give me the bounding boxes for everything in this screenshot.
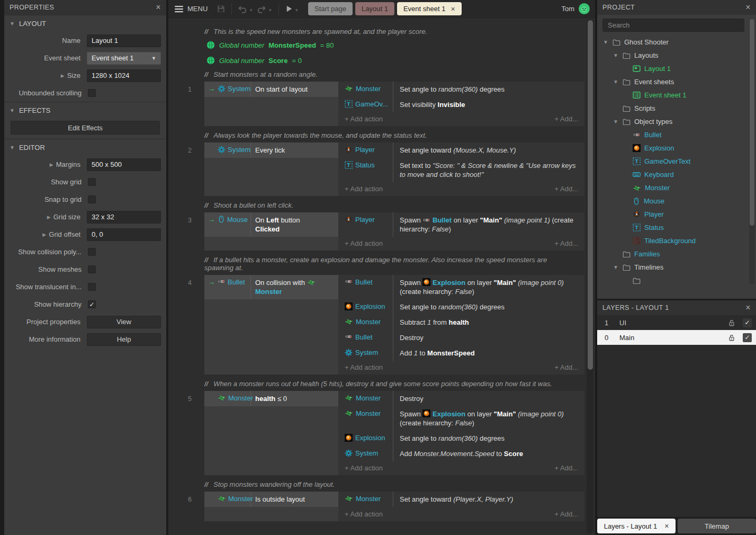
condition-row[interactable]: MonsterIs outside layout bbox=[204, 492, 338, 507]
layer-visible-checkbox[interactable]: ✓ bbox=[743, 318, 752, 327]
event-sheet-view[interactable]: //This is the speed new monsters are spa… bbox=[168, 18, 595, 535]
expander-icon[interactable]: ▶ bbox=[50, 162, 53, 167]
undo-button[interactable] bbox=[238, 5, 247, 13]
prop-show-grid-checkbox[interactable] bbox=[88, 178, 96, 186]
tree-item-gameovertext[interactable]: TGameOverText bbox=[597, 155, 756, 168]
expand-arrow-icon[interactable]: ▼ bbox=[613, 119, 619, 124]
menu-button[interactable]: MENU bbox=[175, 5, 208, 13]
redo-button[interactable] bbox=[257, 5, 266, 13]
condition-row[interactable]: →BulletOn collision with Monster bbox=[204, 275, 338, 299]
layer-visible-checkbox[interactable]: ✓ bbox=[743, 333, 752, 342]
tree-item-object-types[interactable]: ▼Object types bbox=[597, 115, 756, 128]
tree-item-ghost-shooter[interactable]: ▼Ghost Shooter bbox=[597, 35, 756, 49]
action-row[interactable]: MonsterSet angle toward (Player.X, Playe… bbox=[338, 492, 584, 507]
prop-show-meshes-checkbox[interactable] bbox=[88, 265, 96, 273]
condition-row[interactable]: →MouseOn Left buttonClicked bbox=[204, 212, 338, 237]
event-comment[interactable]: //Stop monsters wandering off the layout… bbox=[204, 480, 584, 488]
section-header-layout[interactable]: ▼LAYOUT bbox=[4, 15, 166, 32]
add-action-link[interactable]: + Add action bbox=[345, 363, 383, 371]
action-row[interactable]: SystemAdd 1 to MonsterSpeed bbox=[338, 345, 584, 361]
add-action-link[interactable]: + Add action bbox=[345, 115, 383, 123]
prop-grid-size-input[interactable] bbox=[87, 211, 161, 224]
action-row[interactable]: BulletDestroy bbox=[338, 330, 584, 345]
prop-grid-offset-input[interactable] bbox=[87, 228, 161, 241]
event-block[interactable]: →MouseOn Left buttonClickedPlayerSpawn B… bbox=[204, 212, 584, 251]
prop-show-collision-poly-checkbox[interactable] bbox=[88, 248, 96, 256]
action-row[interactable]: PlayerSet angle toward (Mouse.X, Mouse.Y… bbox=[338, 142, 584, 158]
help-button[interactable]: Help bbox=[87, 333, 161, 346]
layer-row-ui[interactable]: 1UI✓ bbox=[597, 315, 756, 330]
tree-item-keyboard[interactable]: Keyboard bbox=[597, 168, 756, 181]
lock-icon[interactable] bbox=[728, 334, 735, 342]
event-comment[interactable]: //Shoot a bullet on left click. bbox=[204, 201, 584, 209]
tree-item-timelines[interactable]: ▼Timelines bbox=[597, 261, 756, 274]
action-row[interactable]: SystemAdd Monster.Movement.Speed to Scor… bbox=[338, 446, 584, 461]
tree-item-event-sheets[interactable]: ▼Event sheets bbox=[597, 75, 756, 88]
tree-item-layout-1[interactable]: Layout 1 bbox=[597, 62, 756, 75]
scrollbar-thumb[interactable] bbox=[588, 20, 593, 370]
tree-item-layouts[interactable]: ▼Layouts bbox=[597, 49, 756, 62]
preview-dropdown-icon[interactable]: ▼ bbox=[294, 8, 299, 13]
redo-dropdown-icon[interactable]: ▼ bbox=[268, 8, 272, 13]
add-action-link[interactable]: + Add action bbox=[345, 185, 383, 193]
close-icon[interactable]: × bbox=[451, 5, 455, 13]
add-more-link[interactable]: + Add... bbox=[555, 185, 578, 193]
tree-item-monster[interactable]: Monster bbox=[597, 181, 756, 194]
project-scrollbar[interactable] bbox=[749, 19, 755, 284]
prop-show-hierarchy-checkbox[interactable]: ✓ bbox=[88, 300, 96, 308]
tree-item-event-sheet-1[interactable]: Event sheet 1 bbox=[597, 88, 756, 102]
undo-dropdown-icon[interactable]: ▼ bbox=[249, 8, 253, 13]
add-action-link[interactable]: + Add action bbox=[345, 464, 383, 472]
user-avatar[interactable] bbox=[579, 3, 590, 14]
close-icon[interactable]: × bbox=[156, 3, 161, 12]
expander-icon[interactable]: ▶ bbox=[47, 215, 51, 220]
layer-row-main[interactable]: 0Main✓ bbox=[597, 330, 756, 345]
prop-margins-input[interactable] bbox=[87, 158, 161, 171]
event-block[interactable]: →BulletOn collision with MonsterBulletSp… bbox=[204, 275, 584, 374]
tree-item-player[interactable]: Player bbox=[597, 208, 756, 221]
action-row[interactable]: TStatusSet text to "Score: " & Score & n… bbox=[338, 158, 584, 182]
prop-snap-to-grid-checkbox[interactable] bbox=[88, 195, 96, 203]
tree-item-scripts[interactable]: Scripts bbox=[597, 102, 756, 115]
event-block[interactable]: MonsterIs outside layoutMonsterSet angle… bbox=[204, 492, 584, 521]
search-input[interactable] bbox=[602, 19, 744, 32]
preview-play-button[interactable] bbox=[285, 5, 293, 13]
save-button[interactable] bbox=[217, 4, 226, 13]
tree-item-bullet[interactable]: Bullet bbox=[597, 128, 756, 141]
event-comment[interactable]: //This is the speed new monsters are spa… bbox=[204, 28, 584, 35]
expander-icon[interactable]: ▶ bbox=[61, 73, 65, 78]
prop-size-input[interactable] bbox=[87, 69, 161, 82]
expand-arrow-icon[interactable]: ▼ bbox=[613, 264, 619, 270]
add-more-link[interactable]: + Add... bbox=[555, 510, 578, 518]
tree-item-mouse[interactable]: Mouse bbox=[597, 194, 756, 208]
add-action-link[interactable]: + Add action bbox=[345, 510, 383, 518]
view-button[interactable]: View bbox=[87, 316, 161, 328]
edit-effects-button[interactable]: Edit Effects bbox=[11, 121, 160, 135]
condition-row[interactable]: Monsterhealth ≤ 0 bbox=[204, 391, 338, 406]
action-row[interactable]: ExplosionSet angle to random(360) degree… bbox=[338, 431, 584, 446]
prop-show-translucent-in-checkbox[interactable] bbox=[88, 283, 96, 291]
tree-item-timelines-child[interactable] bbox=[597, 274, 756, 287]
event-block[interactable]: Monsterhealth ≤ 0MonsterDestroyMonsterSp… bbox=[204, 391, 584, 475]
lock-icon[interactable] bbox=[728, 319, 735, 327]
prop-unbounded-scrolling-checkbox[interactable] bbox=[88, 89, 96, 97]
tree-item-families[interactable]: Families bbox=[597, 247, 756, 261]
close-icon[interactable]: × bbox=[745, 3, 751, 12]
expand-arrow-icon[interactable]: ▼ bbox=[602, 39, 609, 45]
tree-item-explosion[interactable]: Explosion bbox=[597, 141, 756, 155]
global-variable-monsterspeed[interactable]: Global number MonsterSpeed = 80 bbox=[206, 39, 584, 51]
prop-name-input[interactable] bbox=[87, 34, 161, 47]
expand-arrow-icon[interactable]: ▼ bbox=[613, 79, 619, 85]
action-row[interactable]: BulletSpawn Explosion on layer "Main" (i… bbox=[338, 275, 584, 299]
event-block[interactable]: →SystemOn start of layoutMonsterSet angl… bbox=[204, 82, 584, 126]
section-header-editor[interactable]: ▼EDITOR bbox=[4, 139, 166, 156]
event-comment[interactable]: //When a monster runs out of health (5 h… bbox=[204, 380, 584, 388]
expand-arrow-icon[interactable]: ▼ bbox=[613, 52, 619, 58]
event-comment[interactable]: //Always look the player towards the mou… bbox=[204, 131, 584, 139]
tree-item-tiledbackground[interactable]: TiledBackground bbox=[597, 234, 756, 247]
condition-row[interactable]: SystemEvery tick bbox=[204, 142, 338, 158]
action-row[interactable]: MonsterSet angle to random(360) degrees bbox=[338, 82, 584, 97]
action-row[interactable]: MonsterSpawn Explosion on layer "Main" (… bbox=[338, 406, 584, 431]
action-row[interactable]: MonsterDestroy bbox=[338, 391, 584, 406]
tab-start-page[interactable]: Start page bbox=[308, 2, 353, 15]
